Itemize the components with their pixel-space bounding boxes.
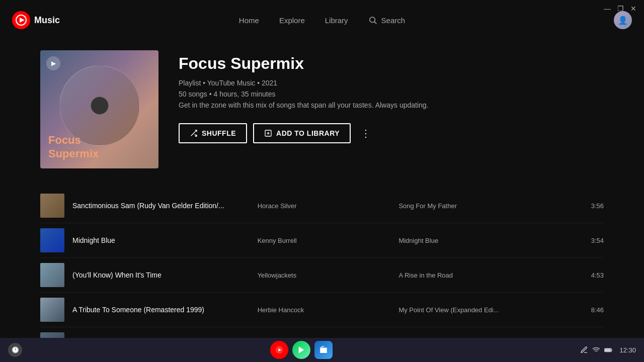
main-nav: Home Explore Library Search	[239, 16, 405, 25]
track-thumbnail	[40, 263, 64, 287]
logo[interactable]: Music	[12, 11, 60, 29]
main-content: ▶ Focus Supermix Focus Supermix Playlist…	[0, 40, 644, 362]
clock-display: 12:30	[619, 346, 636, 354]
nav-home[interactable]: Home	[239, 16, 259, 25]
svg-point-3	[370, 17, 375, 23]
track-artist: Kenny Burrell	[258, 237, 399, 244]
track-artist: Herbie Hancock	[258, 306, 399, 314]
track-name: Midnight Blue	[72, 236, 258, 244]
search-label: Search	[381, 16, 406, 25]
svg-marker-12	[298, 346, 304, 353]
taskbar-files-icon[interactable]	[314, 341, 333, 359]
add-library-icon	[264, 129, 272, 137]
table-row[interactable]: Midnight Blue Kenny Burrell Midnight Blu…	[40, 223, 604, 258]
header: Music Home Explore Library Search 👤	[0, 0, 644, 40]
nav-explore[interactable]: Explore	[279, 16, 305, 25]
taskbar-play-icon[interactable]	[292, 341, 310, 359]
track-name: (You'll Know) When It's Time	[72, 271, 258, 279]
playlist-meta-1: Playlist • YouTube Music • 2021	[179, 79, 604, 87]
maximize-button[interactable]: ❐	[616, 4, 625, 13]
shuffle-label: SHUFFLE	[202, 129, 236, 137]
nav-search[interactable]: Search	[368, 16, 406, 25]
shuffle-button[interactable]: SHUFFLE	[179, 123, 247, 143]
taskbar-right: 12:30	[580, 346, 636, 354]
table-row[interactable]: Sanctimonious Sam (Rudy Van Gelder Editi…	[40, 189, 604, 223]
taskbar-clock-icon: 🕐	[8, 343, 22, 357]
add-to-library-label: ADD TO LIBRARY	[276, 129, 340, 137]
svg-rect-14	[605, 349, 611, 351]
search-icon	[368, 16, 377, 25]
track-list: Sanctimonious Sam (Rudy Van Gelder Editi…	[40, 189, 604, 362]
track-thumbnail	[40, 298, 64, 322]
track-album: A Rise in the Road	[398, 272, 584, 279]
track-name: A Tribute To Someone (Remastered 1999)	[72, 306, 258, 314]
taskbar-center	[270, 341, 333, 359]
battery-icon	[604, 346, 613, 354]
taskbar: 🕐	[0, 338, 644, 362]
hero-actions: SHUFFLE ADD TO LIBRARY ⋮	[179, 123, 604, 143]
track-name: Sanctimonious Sam (Rudy Van Gelder Editi…	[72, 202, 258, 210]
track-thumbnail	[40, 194, 64, 218]
system-tray	[580, 346, 613, 354]
wifi-icon	[592, 346, 600, 354]
taskbar-ytmusic-icon[interactable]	[270, 341, 288, 359]
track-artist: Yellowjackets	[258, 272, 399, 279]
track-artist: Horace Silver	[258, 202, 399, 210]
logo-text: Music	[34, 15, 60, 26]
playlist-description: Get in the zone with this mix of songs t…	[179, 101, 480, 109]
nav-library[interactable]: Library	[325, 16, 348, 25]
pen-icon	[580, 346, 588, 354]
playlist-meta-2: 50 songs • 4 hours, 35 minutes	[179, 90, 604, 98]
album-overlay: Focus Supermix	[40, 50, 158, 168]
add-to-library-button[interactable]: ADD TO LIBRARY	[253, 123, 351, 143]
shuffle-icon	[190, 129, 198, 137]
track-album: Midnight Blue	[398, 237, 584, 244]
play-store-taskbar-icon	[297, 345, 306, 354]
minimize-button[interactable]: —	[603, 4, 612, 13]
title-bar: — ❐ ✕	[597, 0, 644, 17]
track-thumbnail	[40, 228, 64, 252]
track-duration: 3:56	[584, 202, 604, 210]
table-row[interactable]: A Tribute To Someone (Remastered 1999) H…	[40, 293, 604, 327]
files-taskbar-icon	[319, 345, 328, 354]
taskbar-left: 🕐	[8, 343, 22, 357]
track-duration: 4:53	[584, 272, 604, 279]
track-album: My Point Of View (Expanded Edi...	[398, 306, 584, 314]
track-duration: 3:54	[584, 237, 604, 244]
table-row[interactable]: (You'll Know) When It's Time Yellowjacke…	[40, 258, 604, 293]
hero-info: Focus Supermix Playlist • YouTube Music …	[179, 50, 604, 143]
close-button[interactable]: ✕	[629, 4, 638, 13]
track-duration: 8:46	[584, 306, 604, 314]
hero-section: ▶ Focus Supermix Focus Supermix Playlist…	[40, 50, 604, 168]
svg-line-4	[374, 22, 376, 24]
album-title-overlay: Focus Supermix	[48, 134, 150, 160]
yt-music-taskbar-icon	[275, 345, 284, 354]
youtube-music-logo-icon	[12, 11, 30, 29]
more-options-button[interactable]: ⋮	[357, 124, 375, 142]
track-album: Song For My Father	[398, 202, 584, 210]
album-art: ▶ Focus Supermix	[40, 50, 158, 168]
playlist-title: Focus Supermix	[179, 54, 604, 73]
